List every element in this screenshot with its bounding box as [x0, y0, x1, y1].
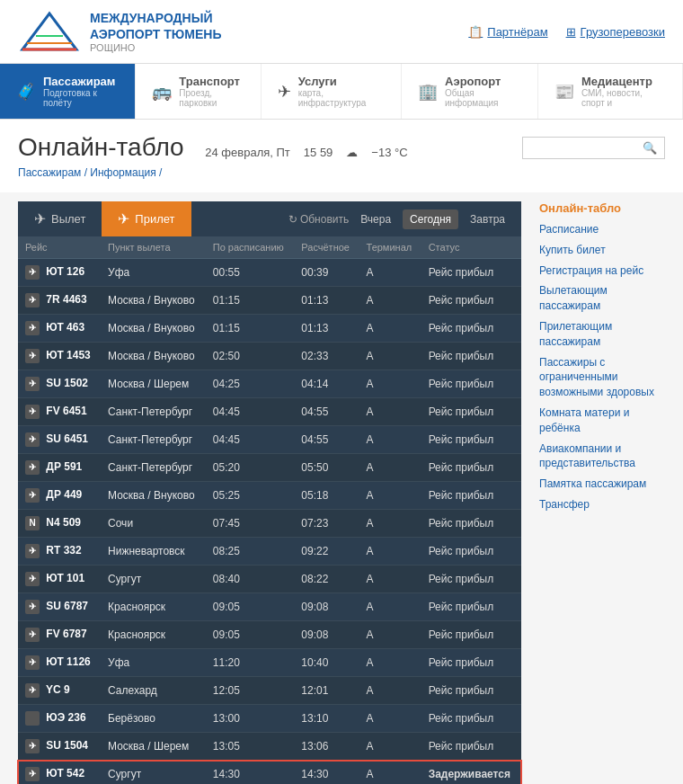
refresh-button[interactable]: ↻ Обновить — [288, 213, 349, 226]
airline-icon: ✈ — [25, 405, 40, 419]
flight-id: ✈ RT 332 — [18, 538, 101, 566]
flight-actual: 09:22 — [294, 538, 359, 566]
nav-services-sub: карта, инфраструктура — [298, 88, 385, 108]
flight-actual: 13:06 — [294, 733, 359, 761]
page-time: 15 59 — [304, 146, 333, 159]
logo-line1: МЕЖДУНАРОДНЫЙ — [90, 10, 221, 26]
flight-actual: 04:55 — [294, 426, 359, 454]
flight-city: Москва / Внуково — [101, 315, 206, 343]
table-row: ✈ ДР 591 Санкт-Петербург 05:20 05:50 A Р… — [18, 454, 521, 482]
tab-arrival[interactable]: ✈ Прилет — [102, 201, 191, 236]
sidebar-link[interactable]: Расписание — [539, 222, 665, 237]
tomorrow-button[interactable]: Завтра — [463, 209, 512, 229]
flight-terminal: A — [359, 566, 421, 593]
nav-media-label: Медиацентр — [581, 75, 666, 88]
flight-actual: 05:18 — [294, 482, 359, 510]
flight-scheduled: 08:25 — [206, 538, 295, 566]
flight-actual: 07:23 — [294, 510, 359, 538]
cargo-icon: ⊞ — [566, 25, 576, 39]
today-button[interactable]: Сегодня — [403, 209, 458, 229]
airline-icon: ✈ — [25, 460, 40, 475]
flight-id: ✈ ЮТ 126 — [18, 259, 101, 287]
flight-city: Санкт-Петербург — [101, 398, 206, 426]
nav-services[interactable]: ✈ Услуги карта, инфраструктура — [262, 64, 402, 119]
nav-media[interactable]: 📰 Медиацентр СМИ, новости, спорт и — [538, 64, 683, 119]
services-icon: ✈ — [278, 82, 291, 102]
flight-status: Рейс прибыл — [421, 454, 521, 482]
flight-terminal: A — [359, 398, 421, 426]
sidebar-link[interactable]: Прилетающим пассажирам — [539, 319, 665, 350]
nav-transport[interactable]: 🚌 Транспорт Проезд, парковки — [136, 64, 261, 119]
cargo-link[interactable]: ⊞ Грузоперевозки — [566, 25, 665, 39]
nav-transport-label: Транспорт — [179, 75, 244, 88]
logo-line2: АЭРОПОРТ ТЮМЕНЬ — [90, 26, 221, 42]
partners-icon: 📋 — [468, 25, 483, 39]
refresh-icon: ↻ — [288, 213, 297, 226]
flight-status: Рейс прибыл — [421, 566, 521, 593]
search-input[interactable] — [530, 141, 638, 155]
flight-status: Рейс прибыл — [421, 426, 521, 454]
flight-actual: 10:40 — [294, 649, 359, 677]
yesterday-button[interactable]: Вчера — [353, 209, 398, 229]
media-icon: 📰 — [554, 82, 574, 102]
flight-status: Рейс прибыл — [421, 259, 521, 287]
flight-actual: 12:01 — [294, 677, 359, 705]
site-header: МЕЖДУНАРОДНЫЙ АЭРОПОРТ ТЮМЕНЬ РОЩИНО 📋 П… — [0, 0, 683, 64]
airline-icon: ✈ — [25, 767, 40, 781]
airline-icon: ✈ — [25, 488, 40, 503]
departure-tab-label: Вылет — [51, 212, 85, 226]
airline-icon: ✈ — [25, 544, 40, 558]
flight-scheduled: 01:15 — [206, 287, 295, 315]
flight-status: Рейс прибыл — [421, 621, 521, 649]
partners-link[interactable]: 📋 Партнёрам — [468, 25, 547, 39]
flight-id: ✈ ЮТ 1126 — [18, 649, 101, 677]
logo-image — [18, 9, 81, 54]
airline-icon: ✈ — [25, 683, 40, 698]
sidebar-link[interactable]: Комната матери и ребёнка — [539, 405, 665, 436]
flight-terminal: A — [359, 287, 421, 315]
nav-passengers[interactable]: 🧳 Пассажирам Подготовка к полёту — [0, 64, 136, 119]
airline-icon: ✈ — [25, 432, 40, 447]
page-title: Онлайн-табло — [18, 133, 184, 162]
flight-city: Москва / Внуково — [101, 287, 206, 315]
flight-status: Рейс прибыл — [421, 482, 521, 510]
transport-icon: 🚌 — [152, 82, 172, 102]
tab-departure[interactable]: ✈ Вылет — [18, 201, 102, 236]
table-row: ✈ SU 1504 Москва / Шерем 13:05 13:06 A Р… — [18, 733, 521, 761]
sidebar-link[interactable]: Регистрация на рейс — [539, 263, 665, 279]
flight-city: Салехард — [101, 677, 206, 705]
flight-city: Уфа — [101, 259, 206, 287]
flight-status: Рейс прибыл — [421, 315, 521, 343]
flight-status: Рейс прибыл — [421, 510, 521, 538]
airline-icon: ✈ — [25, 349, 40, 363]
flight-terminal: A — [359, 426, 421, 454]
sidebar-link[interactable]: Пассажиры с ограниченными возможными здо… — [539, 355, 665, 400]
arrival-tab-icon: ✈ — [118, 210, 129, 227]
sidebar-link[interactable]: Купить билет — [539, 243, 665, 258]
logo-area: МЕЖДУНАРОДНЫЙ АЭРОПОРТ ТЮМЕНЬ РОЩИНО — [18, 9, 221, 54]
flight-actual: 14:30 — [294, 761, 359, 785]
flight-actual: 05:50 — [294, 454, 359, 482]
flight-city: Берёзово — [101, 705, 206, 733]
flight-actual: 13:10 — [294, 705, 359, 733]
sidebar-link[interactable]: Авиакомпании и представительства — [539, 441, 665, 472]
sidebar-link[interactable]: Памятка пассажирам — [539, 477, 665, 492]
flight-status: Рейс прибыл — [421, 343, 521, 370]
flight-terminal: A — [359, 315, 421, 343]
airline-icon: ✈ — [25, 628, 40, 642]
search-box[interactable]: 🔍 — [522, 137, 665, 159]
flight-scheduled: 13:00 — [206, 705, 295, 733]
flight-id: ✈ ЮТ 542 — [18, 761, 101, 785]
passengers-icon: 🧳 — [16, 82, 36, 102]
flight-scheduled: 05:25 — [206, 482, 295, 510]
sidebar-link[interactable]: Трансфер — [539, 497, 665, 512]
flight-city: Красноярск — [101, 621, 206, 649]
flight-terminal: A — [359, 454, 421, 482]
flight-id: ЮЭ 236 — [18, 705, 101, 733]
table-row: ✈ SU 6787 Красноярск 09:05 09:08 A Рейс … — [18, 593, 521, 621]
nav-airport[interactable]: 🏢 Аэропорт Общая информация — [402, 64, 538, 119]
nav-airport-label: Аэропорт — [445, 75, 521, 88]
airline-icon: ✈ — [25, 377, 40, 391]
col-terminal: Терминал — [359, 236, 421, 259]
sidebar-link[interactable]: Вылетающим пассажирам — [539, 283, 665, 314]
